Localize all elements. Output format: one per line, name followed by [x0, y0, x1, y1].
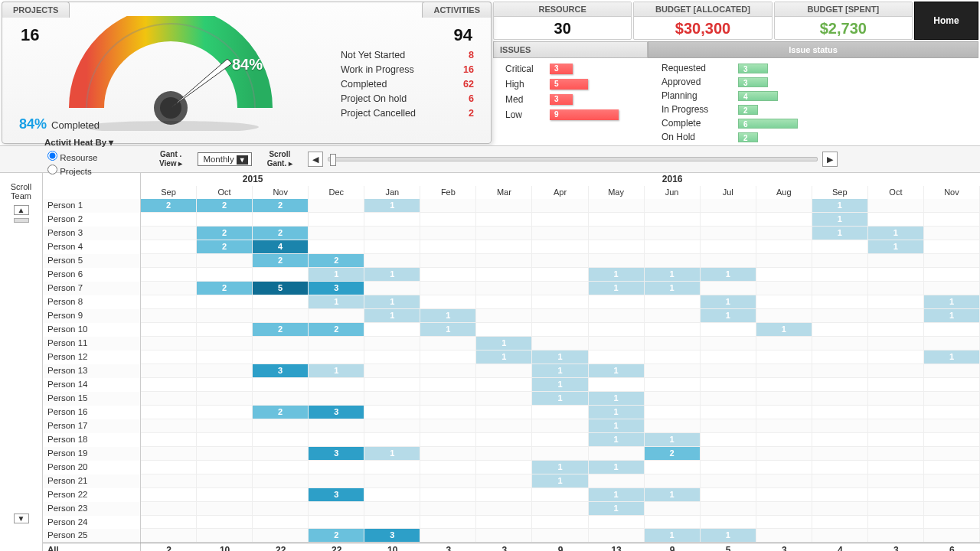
heat-cell[interactable] [476, 295, 532, 309]
heat-cell[interactable] [197, 213, 253, 227]
heat-cell[interactable] [701, 502, 756, 516]
table-row[interactable]: Person 111 [43, 337, 980, 350]
heat-cell[interactable] [589, 474, 645, 488]
heat-cell[interactable] [309, 240, 364, 254]
heat-cell[interactable]: 1 [924, 350, 980, 364]
heat-cell[interactable] [476, 268, 532, 282]
heat-cell[interactable] [868, 378, 924, 392]
heat-cell[interactable]: 1 [476, 350, 532, 364]
heat-cell[interactable] [364, 350, 420, 364]
heat-cell[interactable] [532, 447, 588, 461]
heat-cell[interactable] [812, 406, 868, 419]
heat-cell[interactable] [645, 364, 701, 378]
heat-cell[interactable] [868, 199, 924, 213]
heat-cell[interactable]: 2 [309, 323, 364, 337]
heat-cell[interactable]: 4 [253, 240, 309, 254]
heat-cell[interactable]: 2 [253, 199, 309, 213]
heat-cell[interactable] [197, 406, 253, 419]
heat-cell[interactable] [589, 516, 645, 529]
table-row[interactable]: Person 91111 [43, 309, 980, 323]
heat-cell[interactable] [701, 323, 756, 337]
heat-cell[interactable] [812, 254, 868, 268]
heat-cell[interactable] [868, 419, 924, 433]
heat-cell[interactable] [141, 488, 197, 502]
heat-cell[interactable]: 1 [589, 488, 645, 502]
heat-cell[interactable]: 1 [701, 268, 756, 282]
table-row[interactable]: Person 122211 [43, 199, 980, 213]
heat-cell[interactable] [924, 240, 980, 254]
heat-cell[interactable] [812, 309, 868, 323]
heatby-dropdown[interactable]: Activit Heat By ▾ [44, 137, 144, 148]
heat-cell[interactable] [645, 392, 701, 406]
heat-cell[interactable] [756, 364, 812, 378]
heat-cell[interactable] [812, 392, 868, 406]
heat-cell[interactable]: 5 [253, 282, 309, 295]
heat-cell[interactable] [197, 419, 253, 433]
heat-cell[interactable] [868, 213, 924, 227]
heat-cell[interactable] [253, 502, 309, 516]
heat-cell[interactable] [924, 529, 980, 543]
heat-cell[interactable] [476, 406, 532, 419]
heat-cell[interactable] [589, 254, 645, 268]
heat-cell[interactable] [701, 350, 756, 364]
heat-cell[interactable] [868, 350, 924, 364]
heat-cell[interactable] [309, 309, 364, 323]
heat-cell[interactable] [812, 295, 868, 309]
heat-cell[interactable] [309, 350, 364, 364]
heat-cell[interactable] [197, 516, 253, 529]
heat-cell[interactable] [532, 433, 588, 447]
heat-cell[interactable] [924, 474, 980, 488]
heat-cell[interactable] [364, 323, 420, 337]
heat-cell[interactable] [141, 516, 197, 529]
heat-cell[interactable] [476, 447, 532, 461]
heat-cell[interactable]: 2 [253, 406, 309, 419]
table-row[interactable]: Person 611111 [43, 268, 980, 282]
heat-cell[interactable] [141, 461, 197, 474]
heat-cell[interactable]: 2 [197, 240, 253, 254]
heat-cell[interactable]: 1 [364, 199, 420, 213]
heat-cell[interactable] [924, 323, 980, 337]
heat-cell[interactable] [701, 392, 756, 406]
heat-cell[interactable] [420, 364, 476, 378]
heat-cell[interactable] [141, 240, 197, 254]
heat-cell[interactable]: 1 [364, 309, 420, 323]
heat-cell[interactable]: 1 [364, 268, 420, 282]
table-row[interactable]: Person 19312 [43, 447, 980, 461]
heat-cell[interactable] [812, 474, 868, 488]
heat-cell[interactable] [141, 282, 197, 295]
heat-cell[interactable] [868, 364, 924, 378]
heat-cell[interactable] [364, 227, 420, 240]
heat-cell[interactable]: 1 [589, 461, 645, 474]
heat-cell[interactable] [420, 488, 476, 502]
heat-cell[interactable] [141, 350, 197, 364]
heat-cell[interactable] [924, 337, 980, 350]
heat-cell[interactable] [924, 364, 980, 378]
heat-cell[interactable] [309, 474, 364, 488]
table-row[interactable]: Person 16231 [43, 406, 980, 419]
heat-cell[interactable] [197, 488, 253, 502]
heat-cell[interactable]: 1 [532, 461, 588, 474]
interval-select[interactable]: Monthly [198, 152, 251, 166]
heat-cell[interactable] [701, 254, 756, 268]
heat-cell[interactable] [701, 516, 756, 529]
heat-cell[interactable] [532, 337, 588, 350]
heat-cell[interactable] [812, 337, 868, 350]
heat-cell[interactable] [756, 433, 812, 447]
heat-cell[interactable] [253, 350, 309, 364]
heat-cell[interactable] [364, 488, 420, 502]
heat-cell[interactable] [756, 488, 812, 502]
heat-cell[interactable] [141, 254, 197, 268]
heat-cell[interactable] [364, 516, 420, 529]
heat-cell[interactable]: 1 [420, 309, 476, 323]
projects-tab[interactable]: PROJECTS [2, 2, 70, 18]
heat-cell[interactable] [589, 309, 645, 323]
heat-cell[interactable] [645, 337, 701, 350]
heat-cell[interactable] [645, 254, 701, 268]
heat-cell[interactable] [924, 268, 980, 282]
heat-cell[interactable] [309, 337, 364, 350]
heat-cell[interactable] [476, 227, 532, 240]
heat-cell[interactable] [868, 268, 924, 282]
table-row[interactable]: Person 522 [43, 254, 980, 268]
heat-cell[interactable] [197, 350, 253, 364]
heat-cell[interactable] [197, 474, 253, 488]
